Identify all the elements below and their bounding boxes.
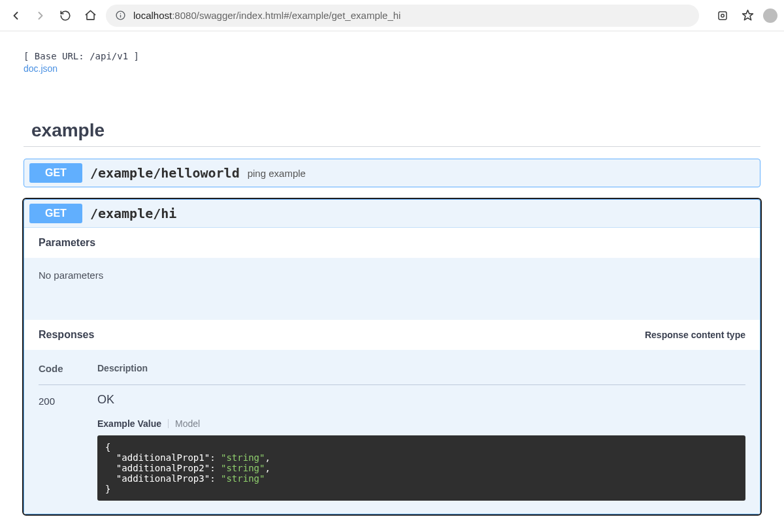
browser-toolbar: localhost:8080/swagger/index.html#/examp…	[0, 0, 784, 31]
home-button[interactable]	[81, 7, 99, 25]
no-parameters-text: No parameters	[24, 258, 760, 320]
response-tabs: Example Value Model	[97, 418, 745, 429]
forward-button[interactable]	[31, 7, 50, 25]
responses-heading: Responses	[39, 329, 94, 341]
code-column-header: Code	[39, 363, 97, 374]
operation-helloworld[interactable]: GET /example/helloworld ping example	[24, 159, 760, 187]
parameters-heading: Parameters	[39, 237, 95, 249]
response-row: 200 OK Example Value Model { "additional…	[39, 393, 745, 501]
responses-heading-bar: Responses Response content type	[24, 320, 760, 350]
site-info-icon[interactable]	[115, 10, 127, 21]
reload-button[interactable]	[56, 7, 74, 25]
operation-header[interactable]: GET /example/helloworld ping example	[24, 159, 760, 187]
svg-point-4	[721, 14, 725, 17]
tab-model[interactable]: Model	[175, 418, 200, 429]
operation-hi[interactable]: GET /example/hi Parameters No parameters…	[24, 199, 760, 514]
operation-path: /example/helloworld	[90, 165, 240, 181]
response-content-type-label: Response content type	[645, 330, 745, 340]
operation-path: /example/hi	[90, 206, 176, 221]
responses-table-head: Code Description	[39, 363, 745, 385]
tab-example-value[interactable]: Example Value	[97, 418, 161, 429]
doc-json-link[interactable]: doc.json	[24, 63, 57, 74]
swagger-page: [ Base URL: /api/v1 ] doc.json example G…	[0, 31, 784, 532]
lens-icon[interactable]	[713, 7, 732, 25]
back-button[interactable]	[7, 7, 25, 25]
profile-avatar[interactable]	[763, 8, 777, 23]
url-host: localhost	[133, 10, 172, 21]
bookmark-star-icon[interactable]	[738, 7, 757, 25]
svg-marker-5	[742, 10, 753, 20]
http-method-badge: GET	[29, 204, 82, 223]
example-json-block[interactable]: { "additionalProp1": "string", "addition…	[97, 435, 745, 501]
url-path: :8080/swagger/index.html#/example/get_ex…	[172, 10, 400, 21]
operation-summary: ping example	[248, 168, 306, 179]
base-url-text: [ Base URL: /api/v1 ]	[24, 51, 760, 61]
http-method-badge: GET	[29, 163, 82, 183]
url-text: localhost:8080/swagger/index.html#/examp…	[133, 10, 400, 21]
response-description: OK	[97, 393, 745, 407]
tag-divider	[24, 146, 760, 147]
operation-body: Parameters No parameters Responses Respo…	[24, 227, 760, 514]
response-code: 200	[39, 393, 97, 407]
tab-separator	[168, 419, 169, 428]
svg-rect-3	[719, 12, 727, 20]
parameters-heading-bar: Parameters	[24, 228, 760, 258]
tag-heading[interactable]: example	[24, 120, 760, 141]
address-bar[interactable]: localhost:8080/swagger/index.html#/examp…	[106, 5, 699, 27]
responses-body: Code Description 200 OK Example Value Mo…	[24, 350, 760, 514]
description-column-header: Description	[97, 363, 745, 374]
operation-header[interactable]: GET /example/hi	[24, 200, 760, 227]
